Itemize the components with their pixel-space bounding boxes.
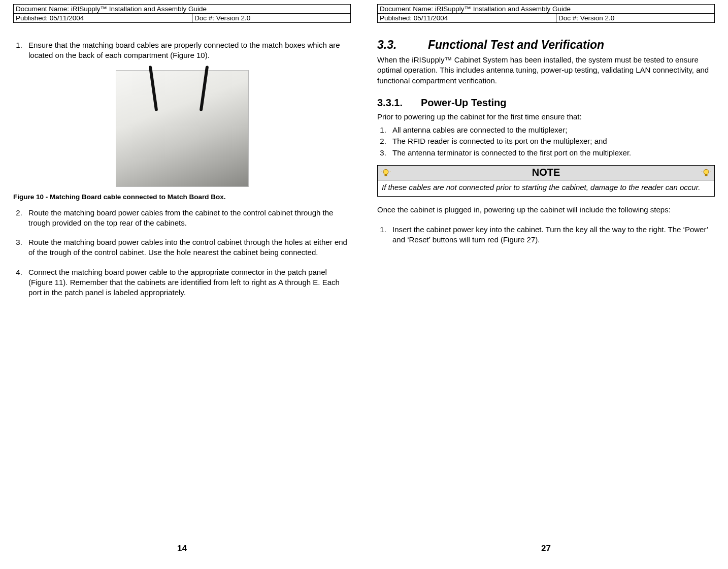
note-title: NOTE: [391, 167, 701, 178]
list-item: The antenna terminator is connected to t…: [388, 148, 715, 158]
note-title-row: NOTE: [378, 166, 714, 180]
list-item: Insert the cabinet power key into the ca…: [388, 225, 715, 245]
heading-title: Power-Up Testing: [421, 97, 507, 108]
body-paragraph: Once the cabinet is plugged in, powering…: [377, 205, 715, 215]
page-right: Document Name: iRISupply™ Installation a…: [364, 0, 728, 569]
svg-rect-1: [385, 174, 387, 176]
svg-point-0: [383, 169, 388, 174]
heading-title: Functional Test and Verification: [428, 38, 604, 51]
left-ordered-list-cont: Route the matching board power cables fr…: [13, 208, 351, 298]
list-item: The RFID reader is connected to its port…: [388, 136, 715, 146]
page-left: Document Name: iRISupply™ Installation a…: [0, 0, 364, 569]
svg-rect-6: [705, 174, 708, 176]
body-paragraph: When the iRISupply™ Cabinet System has b…: [377, 55, 715, 86]
left-content: Ensure that the matching board cables ar…: [13, 23, 351, 544]
docnum-cell: Doc #: Version 2.0: [192, 14, 350, 23]
note-body: If these cables are not connected prior …: [378, 180, 714, 197]
body-paragraph: Prior to powering up the cabinet for the…: [377, 112, 715, 122]
heading-number: 3.3.: [377, 38, 428, 52]
lightbulb-icon: [701, 168, 711, 178]
svg-point-5: [704, 169, 709, 174]
doc-header-table: Document Name: iRISupply™ Installation a…: [13, 4, 351, 23]
section-heading-3-3-1: 3.3.1.Power-Up Testing: [377, 97, 715, 109]
doc-name-cell: Document Name: iRISupply™ Installation a…: [378, 5, 715, 14]
page-number: 14: [13, 544, 351, 569]
step-list: Insert the cabinet power key into the ca…: [377, 225, 715, 245]
figure-10-caption: Figure 10 - Matching Board cable connect…: [13, 193, 351, 201]
published-cell: Published: 05/11/2004: [14, 14, 192, 23]
right-content: 3.3.Functional Test and Verification Whe…: [377, 23, 715, 544]
prereq-list: All antenna cables are connected to the …: [377, 125, 715, 158]
page-number: 27: [377, 544, 715, 569]
lightbulb-icon: [381, 168, 391, 178]
docnum-cell: Doc #: Version 2.0: [556, 14, 714, 23]
list-item: Route the matching board power cables fr…: [24, 208, 351, 229]
list-item: Connect the matching board power cable t…: [24, 267, 351, 298]
list-item: Route the matching board power cables in…: [24, 237, 351, 258]
heading-number: 3.3.1.: [377, 97, 421, 109]
list-item: All antenna cables are connected to the …: [388, 125, 715, 135]
left-ordered-list: Ensure that the matching board cables ar…: [13, 40, 351, 61]
note-box: NOTE If these cables are not connected p…: [377, 165, 715, 197]
figure-10-image: [116, 70, 249, 187]
list-item: Ensure that the matching board cables ar…: [24, 40, 351, 61]
doc-name-cell: Document Name: iRISupply™ Installation a…: [14, 5, 351, 14]
section-heading-3-3: 3.3.Functional Test and Verification: [377, 38, 715, 52]
doc-header-table: Document Name: iRISupply™ Installation a…: [377, 4, 715, 23]
published-cell: Published: 05/11/2004: [378, 14, 556, 23]
